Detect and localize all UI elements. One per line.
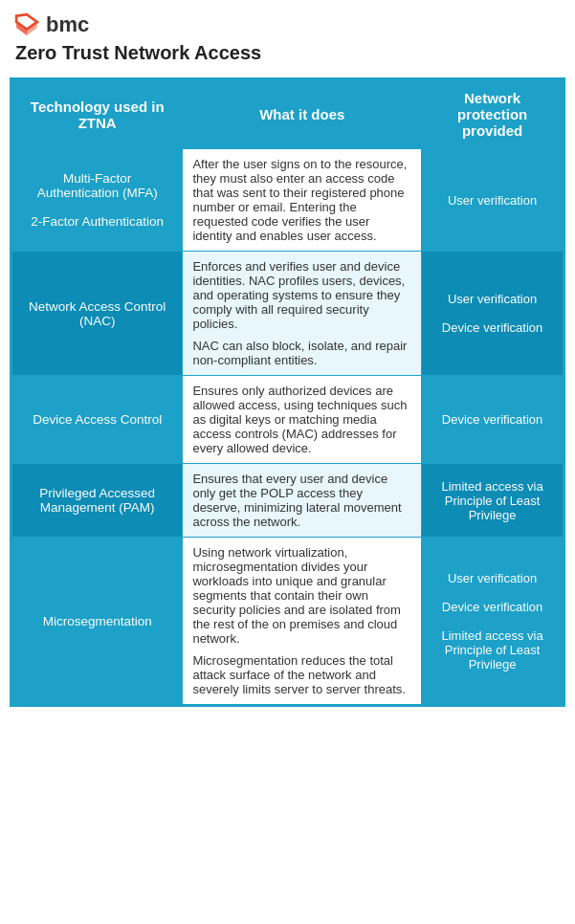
table-row: Network Access Control (NAC)Enforces and… <box>12 252 564 376</box>
svg-marker-2 <box>27 22 37 35</box>
col-what-header: What it does <box>183 80 422 149</box>
col-net-header: Network protection provided <box>422 80 564 149</box>
cell-net: User verificationDevice verification <box>422 252 564 376</box>
table-row: Multi-Factor Authentication (MFA)2-Facto… <box>12 149 564 252</box>
table-row: Device Access ControlEnsures only author… <box>12 376 564 464</box>
cell-what: Ensures that every user and device only … <box>183 464 422 538</box>
cell-tech: Privileged Accessed Management (PAM) <box>12 464 183 538</box>
cell-tech: Network Access Control (NAC) <box>12 252 183 376</box>
svg-marker-1 <box>16 22 27 35</box>
ztna-table: Technology used in ZTNA What it does Net… <box>10 77 565 707</box>
col-tech-header: Technology used in ZTNA <box>12 80 183 149</box>
cell-what: Enforces and verifies user and device id… <box>183 252 422 376</box>
cell-what: Ensures only authorized devices are allo… <box>183 376 422 464</box>
bmc-logo-icon <box>13 11 40 38</box>
table-row: Privileged Accessed Management (PAM)Ensu… <box>12 464 564 538</box>
page-header: bmc Zero Trust Network Access <box>0 0 575 70</box>
cell-net: User verificationDevice verificationLimi… <box>422 538 564 705</box>
cell-tech: Device Access Control <box>12 376 183 464</box>
cell-what: After the user signs on to the resource,… <box>183 149 422 252</box>
cell-net: Device verification <box>422 376 564 464</box>
cell-tech: Multi-Factor Authentication (MFA)2-Facto… <box>12 149 183 252</box>
logo-text: bmc <box>46 12 89 37</box>
page-title: Zero Trust Network Access <box>13 42 562 64</box>
table-header-row: Technology used in ZTNA What it does Net… <box>12 80 564 149</box>
cell-net: Limited access via Principle of Least Pr… <box>422 464 564 538</box>
cell-what: Using network virtualization, microsegme… <box>183 538 422 705</box>
cell-tech: Microsegmentation <box>12 538 183 705</box>
table-row: MicrosegmentationUsing network virtualiz… <box>12 538 564 705</box>
cell-net: User verification <box>422 149 564 252</box>
logo: bmc <box>13 11 562 38</box>
